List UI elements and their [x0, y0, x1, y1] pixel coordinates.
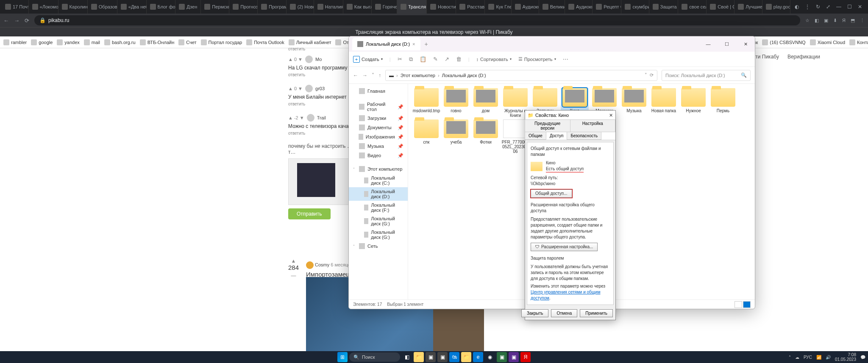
vote-controls[interactable]: ▲ -2 ▼ — [288, 115, 304, 120]
browser-tab[interactable]: «Два небо — [117, 0, 147, 14]
nav-item[interactable]: Главная — [349, 86, 408, 96]
avatar[interactable] — [305, 85, 313, 92]
yandex-icon[interactable]: Я — [520, 352, 531, 362]
chrome-icon[interactable]: ◉ — [485, 352, 495, 362]
minimize-icon[interactable]: — — [836, 4, 841, 10]
bookmark-item[interactable]: Контакты | "Мо — [849, 39, 868, 45]
nav-item[interactable]: Изображения📌 — [349, 132, 408, 141]
breadcrumb-item[interactable]: Этот компьютер — [401, 73, 435, 78]
ext-icon[interactable]: ↻ — [816, 4, 820, 10]
lang-indicator[interactable]: РУС — [804, 355, 812, 360]
tab-sharing[interactable]: Доступ — [546, 132, 568, 140]
breadcrumb-item[interactable]: Локальный диск (D:) — [442, 73, 486, 78]
explorer-icon[interactable]: 📁 — [461, 352, 471, 362]
browser-tab[interactable]: Защита ус — [649, 0, 679, 14]
folder-item[interactable]: спк — [412, 119, 440, 154]
avatar[interactable] — [305, 55, 313, 63]
browser-tab[interactable]: Прогноз п — [229, 0, 258, 14]
browser-tab[interactable]: Наталия Т — [314, 0, 343, 14]
ext-icon[interactable]: ⤢ — [826, 4, 830, 10]
folder-item[interactable]: Фотки — [472, 119, 500, 154]
browser-tab[interactable]: Трансляц× — [397, 0, 427, 14]
taskbar-search[interactable]: 🔍 Поиск — [349, 352, 400, 362]
apply-button[interactable]: Применить — [580, 309, 613, 317]
tab-prev-versions[interactable]: Предыдущие версии — [525, 119, 570, 132]
close-tab-icon[interactable]: × — [412, 42, 415, 47]
app-icon[interactable]: ▣ — [426, 352, 436, 362]
minimize-icon[interactable]: — — [699, 36, 718, 52]
browser-tab[interactable]: Горячее — [372, 0, 397, 14]
back-icon[interactable]: ← — [353, 72, 358, 78]
start-icon[interactable]: ⊞ — [337, 352, 348, 362]
recent-icon[interactable]: ˅ — [372, 72, 374, 78]
bookmark-item[interactable]: google — [31, 39, 53, 45]
dropdown-icon[interactable]: ˅ — [645, 72, 647, 78]
back-icon[interactable]: ← — [3, 17, 9, 24]
close-icon[interactable]: ✕ — [609, 113, 613, 118]
cut-icon[interactable]: ✂ — [398, 56, 402, 62]
windows-taskbar[interactable]: ⊞ 🔍 Поиск ◧ 📁 ▣ ▣ 🛍 📁 e ◉ ▣ ▣ Я ˄ ☁ РУС … — [0, 351, 868, 363]
nav-item[interactable]: Рабочий стол📌 — [349, 100, 408, 114]
comment-author[interactable]: gr03 — [315, 86, 325, 91]
ext-icon[interactable]: ▣ — [824, 18, 828, 23]
nav-item[interactable]: ˅Сеть — [349, 241, 408, 251]
advanced-sharing-button[interactable]: 🛡Расширенная настройка... — [531, 243, 598, 251]
bookmark-item[interactable]: rambler — [3, 39, 27, 45]
browser-tab[interactable]: 17 Почта — [2, 0, 29, 14]
nav-item[interactable]: Документы📌 — [349, 123, 408, 132]
bookmark-item[interactable]: ВТБ-Онлайн — [140, 39, 175, 45]
avatar[interactable] — [306, 261, 314, 269]
nav-item[interactable]: Видео📌 — [349, 151, 408, 160]
maximize-icon[interactable]: ☐ — [847, 4, 852, 10]
folder-item[interactable]: Нужное — [679, 88, 707, 118]
tab-customize[interactable]: Настройка — [570, 119, 616, 132]
bookmark-item[interactable]: Почта Outlook — [246, 39, 284, 45]
explorer-tab[interactable]: Локальный диск (D:) × — [352, 38, 420, 50]
folder-item[interactable]: говно — [442, 88, 470, 118]
browser-tab[interactable]: Аудиокни — [512, 0, 539, 14]
nav-item[interactable]: Локальный диск (D:) — [349, 187, 408, 201]
details-view-icon[interactable] — [734, 301, 742, 308]
breadcrumb[interactable]: ▬ › Этот компьютер › Локальный диск (D:)… — [385, 70, 657, 81]
browser-tab[interactable]: Каролинск — [58, 0, 88, 14]
url-input[interactable]: 🔒 pikabu.ru — [34, 15, 800, 25]
app-icon[interactable]: ▣ — [509, 352, 519, 362]
comment-author[interactable]: Mo — [315, 57, 322, 62]
ext-icon[interactable]: ⋮ — [805, 4, 810, 10]
folder-item[interactable]: msdownld.tmp — [412, 88, 440, 118]
browser-tab[interactable]: «Локомоти — [29, 0, 58, 14]
close-button[interactable]: Закрыть — [521, 309, 549, 317]
browser-tab[interactable]: Дзен — [175, 0, 201, 14]
browser-tab[interactable]: Великий — [539, 0, 565, 14]
nav-item[interactable]: Локальный диск (C:) — [349, 174, 408, 187]
refresh-icon[interactable]: ⟳ — [650, 72, 654, 78]
dialog-titlebar[interactable]: 📁 Свойства: Кино ✕ — [525, 111, 615, 120]
bookmark-item[interactable]: mail — [84, 39, 100, 45]
bookmark-item[interactable]: yandex — [57, 39, 79, 45]
downvote-icon[interactable]: — — [288, 273, 299, 279]
more-icon[interactable]: ⋯ — [563, 56, 568, 62]
task-view-icon[interactable]: ◧ — [402, 352, 412, 362]
up-icon[interactable]: ↑ — [378, 72, 381, 78]
delete-icon[interactable]: 🗑 — [456, 56, 462, 62]
nav-item[interactable]: Музыка📌 — [349, 141, 408, 151]
ext-icon[interactable]: ☆ — [805, 18, 810, 23]
tab-general[interactable]: Общие — [525, 132, 546, 140]
vote-controls[interactable]: ▲ 0 ▼ — [288, 86, 303, 91]
icons-view-icon[interactable] — [743, 301, 751, 308]
browser-tab[interactable]: Рецепт Ск — [593, 0, 621, 14]
share-icon[interactable]: ↗ — [445, 56, 449, 62]
forward-icon[interactable]: → — [362, 72, 367, 78]
ext-icon[interactable]: Я — [842, 18, 846, 23]
nav-item[interactable]: Локальный диск (F:) — [349, 201, 408, 214]
new-button[interactable]: + Создать ▾ — [353, 56, 383, 63]
sort-button[interactable]: ↕Сортировать▾ — [476, 57, 512, 62]
folder-item[interactable]: Музыка — [620, 88, 648, 118]
app-icon[interactable]: ▣ — [497, 352, 507, 362]
explorer-search[interactable]: Поиск: Локальный диск (D:) 🔍 — [662, 70, 751, 81]
maximize-icon[interactable]: ☐ — [718, 36, 736, 52]
bookmark-item[interactable]: Портал государ — [201, 39, 242, 45]
ext-icon[interactable]: ⬇ — [833, 18, 837, 23]
browser-tab[interactable]: Аудиокни — [565, 0, 593, 14]
close-icon[interactable]: ✕ — [736, 36, 755, 52]
